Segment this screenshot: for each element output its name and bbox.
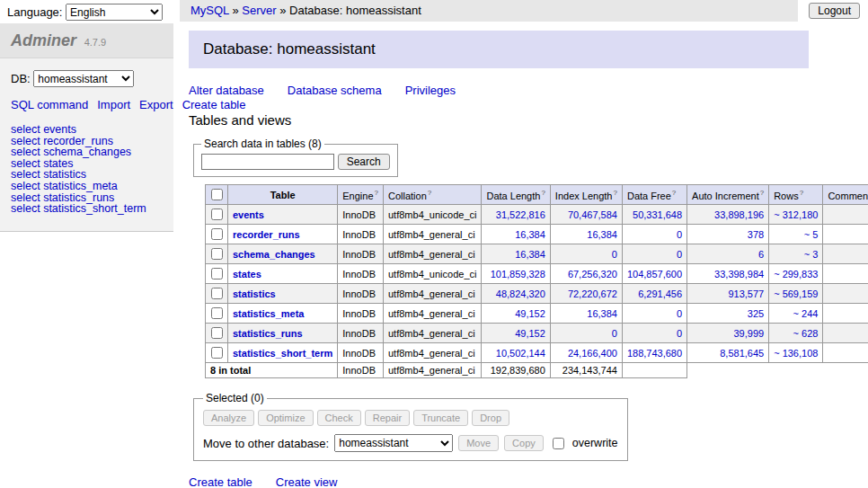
check-button[interactable]: Check <box>317 410 361 426</box>
index-length-link[interactable]: 67,256,320 <box>568 269 617 279</box>
selected-legend: Selected (0) <box>203 392 267 404</box>
help-icon[interactable]: ? <box>672 189 676 197</box>
index-length-link[interactable]: 72,220,672 <box>568 288 617 299</box>
create-view-link[interactable]: Create view <box>276 475 338 488</box>
move-button[interactable]: Move <box>458 435 499 451</box>
privileges-link[interactable]: Privileges <box>405 84 456 97</box>
row-checkbox[interactable] <box>211 347 223 359</box>
export-link[interactable]: Export <box>139 98 173 111</box>
data-length-link[interactable]: 16,384 <box>515 229 545 240</box>
row-checkbox[interactable] <box>211 268 223 279</box>
sidebar-select-statistics-short-term[interactable]: select statistics_short_term <box>11 203 163 215</box>
auto-increment-link[interactable]: 8,581,645 <box>720 348 764 359</box>
data-length-link[interactable]: 31,522,816 <box>496 209 545 220</box>
help-icon[interactable]: ? <box>760 189 764 197</box>
auto-increment-link[interactable]: 39,999 <box>734 328 765 339</box>
database-schema-link[interactable]: Database schema <box>288 84 382 97</box>
analyze-button[interactable]: Analyze <box>203 410 254 426</box>
help-icon[interactable]: ? <box>541 189 545 197</box>
rows-link[interactable]: ~ 3 <box>804 249 819 260</box>
logout-button[interactable]: Logout <box>809 3 860 19</box>
rows-cell: ~ 5 <box>769 225 823 244</box>
table-link-recorder-runs[interactable]: recorder_runs <box>233 229 300 240</box>
sidebar-select-schema-changes[interactable]: select schema_changes <box>11 146 163 158</box>
move-db-select[interactable]: homeassistant <box>334 434 453 452</box>
copy-button[interactable]: Copy <box>504 435 544 451</box>
data-length-link[interactable]: 48,824,320 <box>496 288 545 299</box>
data-free-link[interactable]: 104,857,600 <box>627 269 682 279</box>
rows-link[interactable]: ~ 569,159 <box>774 288 818 299</box>
sidebar-select-statistics-meta[interactable]: select statistics_meta <box>11 181 163 192</box>
overwrite-checkbox[interactable] <box>553 438 564 449</box>
rows-link[interactable]: ~ 5 <box>804 229 819 240</box>
table-link-statistics[interactable]: statistics <box>233 288 276 299</box>
data-length-link[interactable]: 49,152 <box>515 328 545 339</box>
auto-increment-link[interactable]: 6 <box>758 249 764 260</box>
rows-link[interactable]: ~ 628 <box>793 328 819 339</box>
drop-button[interactable]: Drop <box>472 410 509 426</box>
search-input[interactable] <box>201 154 334 170</box>
sidebar-select-events[interactable]: select events <box>11 124 163 136</box>
data-free-link[interactable]: 6,291,456 <box>638 288 682 299</box>
index-length-link[interactable]: 24,166,400 <box>568 348 617 359</box>
index-length-link[interactable]: 16,384 <box>587 308 617 319</box>
import-link[interactable]: Import <box>97 98 130 111</box>
alter-database-link[interactable]: Alter database <box>189 84 264 97</box>
index-length-link[interactable]: 0 <box>612 249 617 260</box>
truncate-button[interactable]: Truncate <box>413 410 468 426</box>
data-length-link[interactable]: 49,152 <box>515 308 545 319</box>
sql-command-link[interactable]: SQL command <box>11 98 88 111</box>
breadcrumb-server[interactable]: Server <box>242 4 276 17</box>
index-length-link[interactable]: 70,467,584 <box>568 209 617 220</box>
auto-increment-link[interactable]: 33,398,984 <box>714 269 764 279</box>
data-length-link[interactable]: 16,384 <box>515 249 545 260</box>
rows-link[interactable]: ~ 312,180 <box>774 209 818 220</box>
data-free-link[interactable]: 0 <box>677 229 682 240</box>
rows-link[interactable]: ~ 299,833 <box>774 269 818 279</box>
table-link-states[interactable]: states <box>233 269 261 279</box>
search-button[interactable]: Search <box>338 154 390 170</box>
help-icon[interactable]: ? <box>800 189 803 197</box>
table-link-statistics-runs[interactable]: statistics_runs <box>233 328 303 339</box>
auto-increment-link[interactable]: 378 <box>748 229 764 240</box>
row-checkbox[interactable] <box>211 248 223 260</box>
row-checkbox[interactable] <box>211 327 223 339</box>
data-length-link[interactable]: 10,502,144 <box>496 348 545 359</box>
data-length-link[interactable]: 101,859,328 <box>491 269 545 279</box>
row-checkbox[interactable] <box>211 209 223 220</box>
data-free-link[interactable]: 0 <box>677 328 682 339</box>
auto-increment-link[interactable]: 33,898,196 <box>714 209 764 220</box>
data-free-link[interactable]: 50,331,648 <box>633 209 682 220</box>
row-checkbox[interactable] <box>211 288 223 299</box>
db-select[interactable]: homeassistant <box>33 70 134 87</box>
rows-link[interactable]: ~ 244 <box>793 308 819 319</box>
repair-button[interactable]: Repair <box>365 410 410 426</box>
index-length-link[interactable]: 0 <box>612 328 617 339</box>
row-checkbox[interactable] <box>211 228 223 240</box>
data-free-link[interactable]: 0 <box>677 308 682 319</box>
help-icon[interactable]: ? <box>375 189 378 197</box>
help-icon[interactable]: ? <box>428 189 431 197</box>
optimize-button[interactable]: Optimize <box>258 410 313 426</box>
auto-increment-link[interactable]: 913,577 <box>728 288 764 299</box>
create-table-link[interactable]: Create table <box>189 475 252 488</box>
table-link-statistics-short-term[interactable]: statistics_short_term <box>233 348 332 359</box>
row-checkbox[interactable] <box>211 307 223 319</box>
table-link-statistics-meta[interactable]: statistics_meta <box>233 308 305 319</box>
rows-link[interactable]: ~ 136,108 <box>774 348 818 359</box>
select-all-checkbox[interactable] <box>211 189 223 200</box>
language-select[interactable]: English <box>66 4 163 21</box>
data-free-link[interactable]: 0 <box>677 249 682 260</box>
index-length-link[interactable]: 16,384 <box>587 229 617 240</box>
data-free-link[interactable]: 188,743,680 <box>627 348 682 359</box>
breadcrumb-mysql[interactable]: MySQL <box>190 4 229 17</box>
auto-increment-link[interactable]: 325 <box>748 308 764 319</box>
help-icon[interactable]: ? <box>613 189 616 197</box>
data-length-cell: 10,502,144 <box>482 343 550 363</box>
table-link-schema-changes[interactable]: schema_changes <box>233 249 315 260</box>
breadcrumb: MySQL » Server » Database: homeassistant <box>180 0 798 22</box>
auto-increment-cell: 33,898,196 <box>687 205 769 225</box>
table-link-events[interactable]: events <box>233 209 264 220</box>
col-header-auto-increment: Auto Increment? <box>687 185 769 205</box>
data-free-cell: 0 <box>622 304 686 324</box>
